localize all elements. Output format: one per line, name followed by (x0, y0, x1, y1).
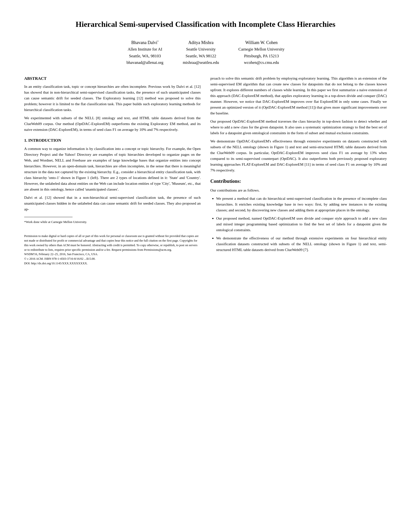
right-p1: proach to solve this semantic drift prob… (210, 76, 387, 116)
abstract-heading: ABSTRACT (24, 76, 201, 82)
contrib-item-1: We present a method that can do hierarch… (216, 196, 387, 213)
contrib-item-2: Our proposed method, named OptDAC-Explor… (216, 216, 387, 233)
two-column-layout: ABSTRACT In an entity classification tas… (24, 76, 387, 266)
affiliation1-1: Allen Institute for AI (126, 46, 163, 52)
copyright-text: © c 2016 ACM. ISBN 978-1-4503-3716-8/16/… (24, 256, 201, 261)
right-p3: We demonstrate OptDAC-ExploreEM's effect… (210, 138, 387, 173)
doi-text: DOI: http://dx.doi.org/10.1145/XXX.XXXXX… (24, 261, 201, 266)
affiliation1-2: Seattle University (183, 46, 219, 52)
email-3: wcohen@cs.cmu.edu (238, 59, 285, 66)
page: Hierarchical Semi-supervised Classificat… (0, 0, 411, 532)
author-name-2: Aditya Mishra (183, 39, 219, 46)
footnote-divider (24, 217, 73, 217)
author-block-3: William W. Cohen Carnegie Mellon Univers… (238, 39, 285, 66)
author-block-2: Aditya Mishra Seattle University Seattle… (183, 39, 219, 66)
authors-row: Bhavana Dalvi* Allen Institute for AI Se… (24, 39, 387, 66)
email-2: mishraa@seattleu.edu (183, 59, 219, 66)
intro-p2: Dalvi et al. [12] showed that in a non-h… (24, 195, 201, 212)
affiliation2-3: Pittsburgh, PA 15213 (238, 53, 285, 59)
author-name-1: Bhavana Dalvi* (126, 39, 163, 46)
contrib-item-3: We demonstrate the effectiveness of our … (216, 235, 387, 253)
contributions-intro: Our contributions are as follows. (210, 187, 387, 193)
abstract-p1: In an entity classification task, topic … (24, 84, 201, 113)
title-section: Hierarchical Semi-supervised Classificat… (24, 19, 387, 66)
email-1: bhavanad@allenai.org (126, 59, 163, 66)
author-block-1: Bhavana Dalvi* Allen Institute for AI Se… (126, 39, 163, 66)
paper-title: Hierarchical Semi-supervised Classificat… (24, 19, 387, 29)
abstract-p2: We experimented with subsets of the NELL… (24, 115, 201, 133)
affiliation2-1: Seattle, WA, 98103 (126, 53, 163, 59)
conference-text: WSDM'16, February 22–25, 2016, San Franc… (24, 252, 201, 256)
contributions-heading: Contributions: (210, 178, 387, 185)
right-p2: Our proposed OptDAC-ExploreEM method tra… (210, 118, 387, 136)
intro-heading: 1. INTRODUCTION (24, 137, 201, 144)
affiliation2-2: Seattle, WA 98122 (183, 53, 219, 59)
left-column: ABSTRACT In an entity classification tas… (24, 76, 201, 266)
footnote-author: *Work done while at Carnegie Mellon Univ… (24, 219, 201, 224)
affiliation1-3: Carnegie Mellon University (238, 46, 285, 52)
intro-p1: A common way to organize information is … (24, 146, 201, 192)
copyright-section: Permission to make digital or hard copie… (24, 234, 201, 266)
author-name-3: William W. Cohen (238, 39, 285, 46)
permission-text: Permission to make digital or hard copie… (24, 234, 201, 252)
contributions-list: We present a method that can do hierarch… (210, 196, 387, 253)
right-column: proach to solve this semantic drift prob… (210, 76, 387, 266)
